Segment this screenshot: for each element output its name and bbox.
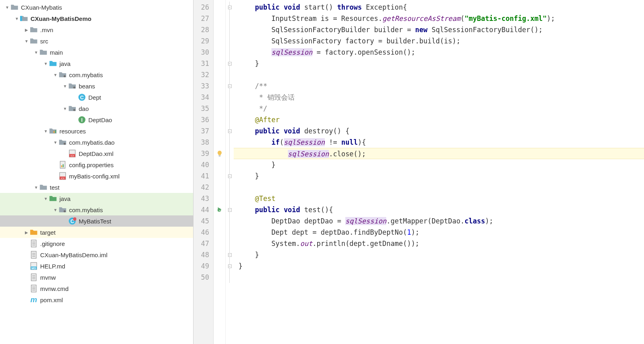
collapse-arrow-icon[interactable]: ▼ xyxy=(23,39,30,43)
tree-item-label: DeptDao xyxy=(88,117,112,123)
tree-item-beans[interactable]: ▼beans xyxy=(0,80,193,92)
code-line[interactable]: DeptDao deptDao = sqlSession.getMapper(D… xyxy=(234,215,644,227)
gutter-icon-slot xyxy=(214,260,225,272)
collapse-arrow-icon[interactable]: ▼ xyxy=(43,197,49,201)
tree-item-dao[interactable]: ▼dao xyxy=(0,103,193,114)
svg-point-2 xyxy=(73,86,75,88)
fold-slot xyxy=(226,47,234,58)
project-tree[interactable]: ▼CXuan-Mybatis▼CXuan-MyBatisDemo▶.mvn▼sr… xyxy=(0,0,194,344)
tree-item-help-md[interactable]: MDHELP.md xyxy=(0,260,193,272)
tree-item-pom-xml[interactable]: mpom.xml xyxy=(0,294,193,305)
tree-item-java[interactable]: ▼java xyxy=(0,58,193,69)
tree-item-target[interactable]: ▶target xyxy=(0,227,193,238)
code-line[interactable]: } xyxy=(234,249,644,260)
tree-item-mvnw-cmd[interactable]: mvnw.cmd xyxy=(0,283,193,294)
tree-item-cxuan-mybatis[interactable]: ▼CXuan-Mybatis xyxy=(0,2,193,13)
gutter-icon-slot xyxy=(214,47,225,58)
tree-item-cxuan-mybatisdemo[interactable]: ▼CXuan-MyBatisDemo xyxy=(0,13,193,24)
tree-item-cxuan-mybatisdemo-iml[interactable]: CXuan-MyBatisDemo.iml xyxy=(0,249,193,260)
tree-item-com-mybatis[interactable]: ▼com.mybatis xyxy=(0,204,193,215)
gutter-icon-slot xyxy=(214,114,225,125)
collapse-arrow-icon[interactable]: ▼ xyxy=(33,50,39,55)
svg-rect-44 xyxy=(218,156,220,156)
fold-slot: − xyxy=(226,125,234,137)
package-icon xyxy=(68,104,76,113)
fold-toggle-icon[interactable]: − xyxy=(228,174,232,178)
code-line[interactable]: } xyxy=(234,159,644,170)
tree-item-test[interactable]: ▼test xyxy=(0,182,193,193)
code-line[interactable]: @Test xyxy=(234,193,644,204)
code-line[interactable]: if(sqlSession != null){ xyxy=(234,137,644,148)
icon-gutter[interactable] xyxy=(214,0,226,344)
code-line[interactable]: System.out.println(dept.getDname()); xyxy=(234,238,644,249)
code-line[interactable]: @After xyxy=(234,114,644,125)
code-line[interactable]: * 销毁会话 xyxy=(234,92,644,103)
code-line[interactable]: /** xyxy=(234,80,644,92)
code-line[interactable]: public void test(){ xyxy=(234,204,644,215)
code-line[interactable]: } xyxy=(234,260,644,272)
line-number: 28 xyxy=(194,24,213,35)
collapse-arrow-icon[interactable]: ▼ xyxy=(33,185,39,190)
intention-bulb-icon[interactable] xyxy=(216,150,223,157)
collapse-arrow-icon[interactable]: ▼ xyxy=(43,61,49,66)
collapse-arrow-icon[interactable]: ▼ xyxy=(14,16,20,21)
fold-toggle-icon[interactable]: − xyxy=(228,62,232,66)
code-line[interactable]: SqlSessionFactory factory = builder.buil… xyxy=(234,35,644,47)
collapse-arrow-icon[interactable]: ▼ xyxy=(43,129,49,133)
tree-item-label: CXuan-MyBatisDemo xyxy=(31,15,92,22)
tree-item-config-properties[interactable]: config.properties xyxy=(0,159,193,170)
fold-toggle-icon[interactable]: − xyxy=(228,6,232,9)
gutter-icon-slot xyxy=(214,92,225,103)
collapse-arrow-icon[interactable]: ▼ xyxy=(4,5,10,10)
run-test-icon[interactable] xyxy=(217,207,222,213)
tree-item-dept[interactable]: CDept xyxy=(0,92,193,103)
line-number: 31 xyxy=(194,58,213,69)
code-line[interactable]: SqlSessionFactoryBuilder builder = new S… xyxy=(234,24,644,35)
test-class-icon: C xyxy=(68,217,76,225)
tree-item-mybatistest[interactable]: CMyBatisTest xyxy=(0,215,193,227)
tree-item-deptdao-xml[interactable]: <>DeptDao.xml xyxy=(0,148,193,159)
collapse-arrow-icon[interactable]: ▼ xyxy=(62,106,68,111)
tree-item-resources[interactable]: ▼resources xyxy=(0,125,193,137)
code-line[interactable]: } xyxy=(234,170,644,182)
code-line[interactable]: public void start() throws Exception{ xyxy=(234,2,644,13)
code-area[interactable]: public void start() throws Exception{ In… xyxy=(234,0,644,344)
code-line[interactable]: sqlSession = factory.openSession(); xyxy=(234,47,644,58)
tree-item-deptdao[interactable]: IDeptDao xyxy=(0,114,193,125)
code-line[interactable]: */ xyxy=(234,103,644,114)
tree-item-mvnw[interactable]: mvnw xyxy=(0,272,193,283)
collapse-arrow-icon[interactable]: ▼ xyxy=(52,73,59,77)
expand-arrow-icon[interactable]: ▶ xyxy=(23,28,30,32)
code-line[interactable]: public void destroy() { xyxy=(234,125,644,137)
folder-icon xyxy=(10,3,18,11)
collapse-arrow-icon[interactable]: ▼ xyxy=(52,208,59,212)
gutter-icon-slot xyxy=(214,159,225,170)
collapse-arrow-icon[interactable]: ▼ xyxy=(62,84,68,88)
fold-toggle-icon[interactable]: − xyxy=(228,84,232,88)
tree-item-main[interactable]: ▼main xyxy=(0,47,193,58)
folder-icon xyxy=(30,37,38,45)
tree-item--gitignore[interactable]: .gitignore xyxy=(0,238,193,249)
tree-item-src[interactable]: ▼src xyxy=(0,35,193,47)
code-line[interactable] xyxy=(234,69,644,80)
tree-item-com-mybatis-dao[interactable]: ▼com.mybatis.dao xyxy=(0,137,193,148)
fold-slot xyxy=(226,148,234,159)
tree-item-mybatis-config-xml[interactable]: <>myBatis-config.xml xyxy=(0,170,193,182)
code-line[interactable]: Dept dept = deptDao.findByDeptNo(1); xyxy=(234,227,644,238)
code-line[interactable] xyxy=(234,272,644,283)
tree-item--mvn[interactable]: ▶.mvn xyxy=(0,24,193,35)
code-line[interactable]: } xyxy=(234,58,644,69)
fold-toggle-icon[interactable]: − xyxy=(228,208,232,212)
code-line[interactable]: sqlSession.close(); xyxy=(234,148,644,159)
expand-arrow-icon[interactable]: ▶ xyxy=(23,230,30,235)
fold-toggle-icon[interactable]: − xyxy=(228,264,232,268)
code-line[interactable] xyxy=(234,182,644,193)
collapse-arrow-icon[interactable]: ▼ xyxy=(52,140,59,145)
fold-gutter[interactable]: −−−−−−−− xyxy=(226,0,234,344)
tree-item-java[interactable]: ▼java xyxy=(0,193,193,204)
fold-toggle-icon[interactable]: − xyxy=(228,129,232,133)
tree-item-com-mybatis[interactable]: ▼com.mybatis xyxy=(0,69,193,80)
code-line[interactable]: InputStream is = Resources.getResourceAs… xyxy=(234,13,644,24)
fold-toggle-icon[interactable]: − xyxy=(228,253,232,257)
code-editor[interactable]: 2627282930313233343536373839404142434445… xyxy=(194,0,644,344)
